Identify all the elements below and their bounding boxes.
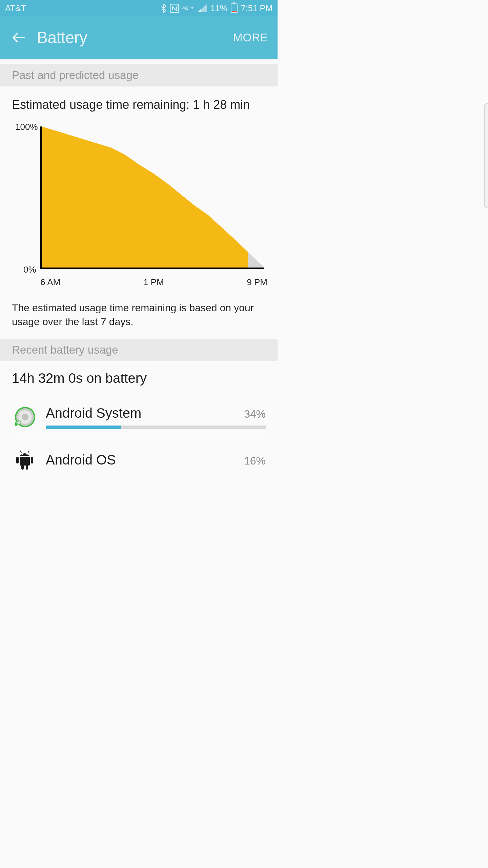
svg-point-4 (22, 414, 28, 420)
svg-rect-12 (31, 457, 33, 463)
back-arrow-icon[interactable] (12, 31, 25, 44)
svg-rect-11 (16, 457, 19, 463)
svg-point-9 (22, 453, 23, 455)
nfc-icon (170, 4, 179, 13)
estimate-remaining-label: Estimated usage time remaining: 1 h 28 m… (12, 98, 266, 112)
x-tick-label: 6 AM (40, 277, 60, 288)
spacer (0, 60, 278, 64)
carrier-label: AT&T (5, 3, 26, 13)
usage-item-name: Android System (46, 406, 141, 421)
battery-pct-label: 11% (210, 3, 227, 13)
usage-summary-block: Estimated usage time remaining: 1 h 28 m… (0, 86, 278, 339)
usage-bar-fill (46, 426, 121, 429)
x-axis-labels: 6 AM 1 PM 9 PM (32, 273, 267, 288)
usage-item-android-os[interactable]: Android OS 16% (12, 439, 266, 473)
status-bar: AT&T 4GLTE 11% 7:51 PM (0, 0, 278, 16)
y-axis-top-label: 100% (15, 122, 38, 132)
svg-rect-13 (21, 465, 24, 470)
svg-line-7 (20, 451, 21, 453)
battery-chart[interactable]: 100% 0% (15, 124, 264, 273)
battery-icon (231, 3, 238, 13)
android-system-icon (12, 405, 37, 430)
y-axis-bottom-label: 0% (23, 264, 36, 275)
chart-plot-area (40, 126, 264, 269)
app-bar: Battery MORE (0, 16, 278, 59)
section-header-past-predicted: Past and predicted usage (0, 64, 278, 86)
svg-line-8 (28, 451, 29, 453)
usage-item-pct: 16% (244, 455, 266, 467)
recent-usage-block: 14h 32m 0s on battery Android System 34% (0, 361, 278, 476)
page-title: Battery (37, 28, 233, 47)
usage-item-pct: 34% (244, 408, 266, 420)
svg-rect-6 (20, 457, 30, 466)
svg-point-10 (26, 453, 28, 455)
x-tick-label: 1 PM (143, 277, 164, 288)
more-button[interactable]: MORE (233, 31, 268, 44)
usage-item-name: Android OS (46, 452, 116, 468)
android-os-icon (12, 447, 37, 473)
bluetooth-icon (161, 4, 166, 13)
usage-bar (46, 426, 266, 429)
signal-icon (198, 4, 207, 12)
section-header-recent-usage: Recent battery usage (0, 339, 278, 361)
svg-point-5 (17, 421, 21, 425)
svg-rect-14 (26, 465, 28, 470)
usage-item-android-system[interactable]: Android System 34% (12, 396, 266, 439)
x-tick-label: 9 PM (247, 277, 267, 288)
estimate-note: The estimated usage time remaining is ba… (12, 301, 266, 329)
clock-label: 7:51 PM (241, 3, 272, 13)
on-battery-duration: 14h 32m 0s on battery (12, 371, 266, 396)
network-type-icon: 4GLTE (182, 6, 194, 11)
